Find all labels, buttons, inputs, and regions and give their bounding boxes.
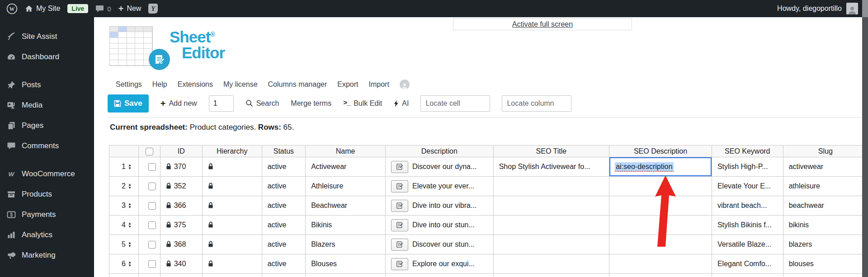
edit-description-button[interactable] <box>391 200 408 212</box>
add-new-button[interactable]: + Add new <box>160 99 197 108</box>
activate-fullscreen-link[interactable]: Activate full screen <box>512 20 573 28</box>
row-number-cell[interactable]: 3▲▼ <box>109 196 139 216</box>
cell-status[interactable]: active <box>262 216 305 235</box>
sidebar-item-payments[interactable]: $Payments <box>0 204 94 225</box>
row-drag-handle-icon[interactable]: ▲▼ <box>128 183 132 189</box>
row-drag-handle-icon[interactable]: ▲▼ <box>128 241 132 248</box>
cell-seo-description[interactable] <box>609 177 712 196</box>
cell-id[interactable]: 340 <box>160 254 202 274</box>
menu-item-columns-manager[interactable]: Columns manager <box>268 80 327 89</box>
row-drag-handle-icon[interactable]: ▲▼ <box>128 222 132 228</box>
cell-slug[interactable]: blouses <box>783 254 868 274</box>
menu-item-settings[interactable]: Settings <box>116 80 142 89</box>
cell-description[interactable]: Discover our stun... <box>385 235 493 254</box>
cell-name[interactable]: Beachwear <box>306 196 386 216</box>
cell-hierarchy[interactable] <box>202 196 262 216</box>
cell-id[interactable]: 370 <box>160 157 202 177</box>
row-drag-handle-icon[interactable]: ▲▼ <box>128 164 132 170</box>
column-header-slug[interactable]: Slug <box>783 146 868 157</box>
cell-name[interactable]: Blazers <box>306 235 386 254</box>
cell-hierarchy[interactable] <box>202 235 262 254</box>
cell-seo-keyword[interactable]: Stylish Bikinis f... <box>712 216 783 235</box>
cell-status[interactable]: active <box>262 177 305 196</box>
column-header-name[interactable]: Name <box>306 146 386 157</box>
row-checkbox[interactable] <box>148 202 156 210</box>
sidebar-item-site-assist[interactable]: Site Assist <box>0 26 94 47</box>
my-site-link[interactable]: My Site <box>25 5 60 13</box>
menu-item-my-license[interactable]: My license <box>223 80 258 89</box>
cell-name[interactable]: Bikinis <box>306 216 386 235</box>
row-number-cell[interactable]: 1▲▼ <box>109 157 139 177</box>
cell-description[interactable]: Discover our dyna... <box>385 157 493 177</box>
row-checkbox[interactable] <box>148 221 156 229</box>
cell-seo-description[interactable]: ai:seo-description <box>609 157 712 177</box>
column-header-seo-description[interactable]: SEO Description <box>609 146 712 157</box>
row-checkbox[interactable] <box>148 163 156 171</box>
cell-description[interactable]: Explore our exqui... <box>385 254 493 274</box>
cell-seo-description[interactable] <box>609 235 712 254</box>
page-scrollbar[interactable] <box>862 0 868 277</box>
edit-description-button[interactable] <box>391 219 408 231</box>
cell-status[interactable]: active <box>262 157 305 177</box>
cell-seo-title[interactable] <box>493 216 609 235</box>
cell-description[interactable]: Elevate your ever... <box>385 177 493 196</box>
locate-cell-input[interactable] <box>420 95 490 112</box>
sidebar-item-media[interactable]: Media <box>0 95 94 115</box>
locate-column-input[interactable] <box>502 95 571 112</box>
cell-empty[interactable] <box>202 274 262 277</box>
cell-description[interactable]: Dive into our vibra... <box>385 196 493 216</box>
bulk-edit-button[interactable]: >_ Bulk Edit <box>343 99 382 108</box>
merge-terms-button[interactable]: Merge terms <box>291 99 331 108</box>
cell-empty[interactable] <box>385 274 493 277</box>
cell-seo-keyword[interactable]: vibrant beach... <box>712 196 783 216</box>
cell-slug[interactable]: athleisure <box>783 177 868 196</box>
cell-empty[interactable] <box>262 274 305 277</box>
rows-to-add-input[interactable] <box>209 95 234 112</box>
edit-description-button[interactable] <box>391 258 408 270</box>
cell-name[interactable]: Blouses <box>306 254 386 274</box>
cell-id[interactable]: 368 <box>160 235 202 254</box>
row-number-cell[interactable]: 5▲▼ <box>109 235 139 254</box>
menu-item-import[interactable]: Import <box>369 80 389 89</box>
cell-seo-title[interactable] <box>493 254 609 274</box>
column-header-description[interactable]: Description <box>385 146 493 157</box>
row-checkbox[interactable] <box>148 183 156 190</box>
yoast-seo-icon[interactable]: Y <box>148 4 158 14</box>
cell-slug[interactable]: blazers <box>783 235 868 254</box>
cell-seo-keyword[interactable]: Elevate Your E... <box>712 177 783 196</box>
cell-empty[interactable] <box>712 274 783 277</box>
edit-description-button[interactable] <box>391 161 408 173</box>
sidebar-item-analytics[interactable]: Analytics <box>0 225 94 245</box>
user-avatar[interactable] <box>846 3 858 14</box>
cell-empty[interactable] <box>306 274 386 277</box>
cell-seo-title[interactable] <box>493 196 609 216</box>
cell-id[interactable]: 375 <box>160 216 202 235</box>
comments-bubble-link[interactable]: 0 <box>95 5 111 13</box>
row-number-cell[interactable]: 6▲▼ <box>109 254 139 274</box>
cell-status[interactable]: active <box>262 254 305 274</box>
edit-description-button[interactable] <box>391 239 408 251</box>
cell-empty[interactable] <box>109 274 139 277</box>
cell-name[interactable]: Activewear <box>306 157 386 177</box>
cell-seo-description[interactable] <box>609 196 712 216</box>
sidebar-item-products[interactable]: Products <box>0 184 94 204</box>
cell-empty[interactable] <box>609 274 712 277</box>
cell-seo-title[interactable] <box>493 177 609 196</box>
row-drag-handle-icon[interactable]: ▲▼ <box>128 202 132 209</box>
cell-slug[interactable]: bikinis <box>783 216 868 235</box>
cell-seo-title[interactable]: Shop Stylish Activewear fo... <box>493 157 609 177</box>
menu-item-export[interactable]: Export <box>337 80 358 89</box>
sidebar-item-posts[interactable]: Posts <box>0 75 94 95</box>
row-drag-handle-icon[interactable]: ▲▼ <box>128 261 132 267</box>
cell-empty[interactable] <box>493 274 609 277</box>
menu-item-help[interactable]: Help <box>152 80 167 89</box>
select-all-header[interactable] <box>138 146 160 157</box>
column-header-id[interactable]: ID <box>160 146 202 157</box>
cell-seo-description[interactable] <box>609 216 712 235</box>
sidebar-item-pages[interactable]: Pages <box>0 115 94 136</box>
select-all-checkbox[interactable] <box>146 148 153 155</box>
cell-status[interactable]: active <box>262 196 305 216</box>
row-number-cell[interactable]: 2▲▼ <box>109 177 139 196</box>
row-number-header[interactable] <box>109 146 139 157</box>
cell-empty[interactable] <box>783 274 868 277</box>
